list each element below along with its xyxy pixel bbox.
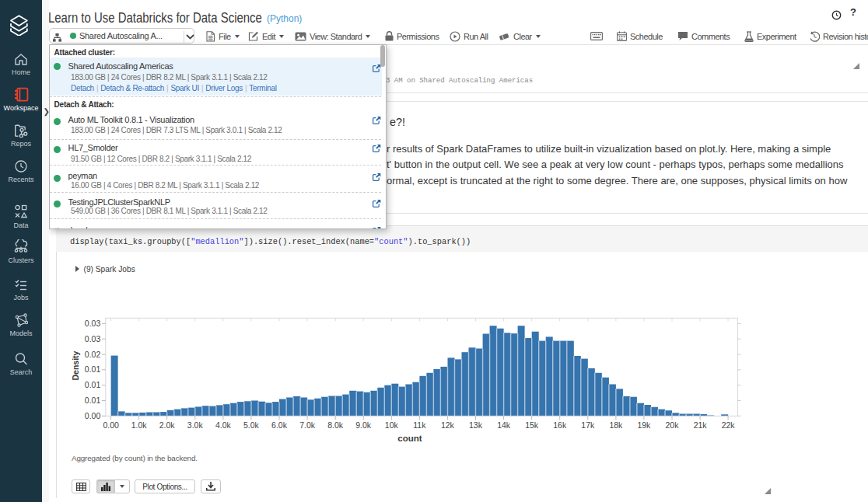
- svg-text:15k: 15k: [525, 420, 539, 430]
- svg-text:13k: 13k: [469, 420, 483, 430]
- svg-text:16k: 16k: [553, 420, 567, 430]
- svg-text:20k: 20k: [666, 420, 680, 430]
- svg-text:14k: 14k: [497, 420, 511, 430]
- svg-text:3.0k: 3.0k: [187, 420, 204, 430]
- svg-text:7.0k: 7.0k: [299, 420, 316, 430]
- svg-text:8.0k: 8.0k: [327, 420, 344, 430]
- svg-text:19k: 19k: [637, 420, 651, 430]
- svg-text:1.0k: 1.0k: [131, 420, 148, 430]
- svg-text:0.02: 0.02: [85, 350, 101, 359]
- svg-text:2.0k: 2.0k: [159, 420, 176, 430]
- svg-text:9.0k: 9.0k: [355, 420, 372, 430]
- svg-text:18k: 18k: [609, 420, 623, 430]
- svg-text:0.01: 0.01: [85, 396, 101, 405]
- svg-text:10k: 10k: [385, 420, 399, 430]
- svg-text:22k: 22k: [722, 420, 736, 430]
- svg-text:count: count: [397, 434, 422, 443]
- svg-text:5.0k: 5.0k: [243, 420, 260, 430]
- svg-text:Density: Density: [71, 350, 80, 380]
- svg-text:6.0k: 6.0k: [271, 420, 288, 430]
- svg-text:0.00: 0.00: [85, 411, 101, 420]
- svg-text:0.03: 0.03: [85, 334, 101, 343]
- svg-text:4.0k: 4.0k: [215, 420, 232, 430]
- svg-text:11k: 11k: [413, 420, 426, 430]
- svg-text:0.00: 0.00: [103, 420, 119, 430]
- svg-text:21k: 21k: [694, 420, 708, 430]
- svg-text:12k: 12k: [441, 420, 455, 430]
- svg-text:0.03: 0.03: [85, 319, 101, 328]
- svg-text:0.01: 0.01: [85, 380, 101, 389]
- svg-text:0.01: 0.01: [85, 364, 101, 374]
- svg-text:17k: 17k: [581, 420, 595, 430]
